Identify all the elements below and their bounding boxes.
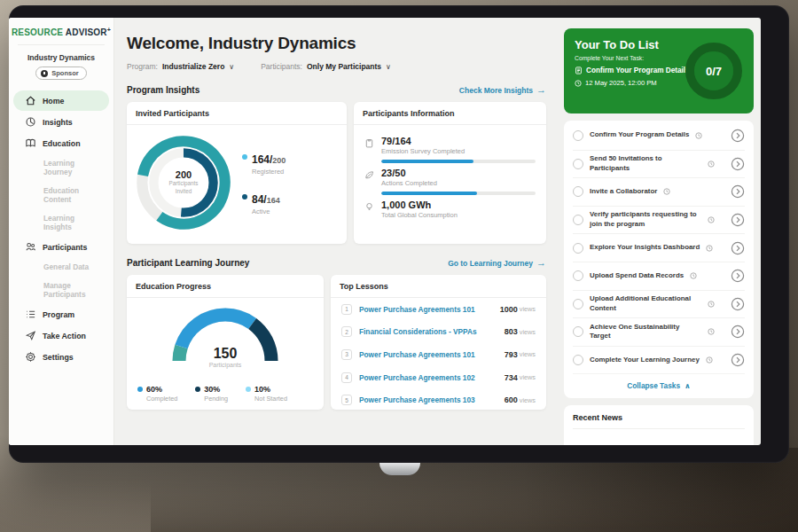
program-filter[interactable]: Program: Industrialize Zero ∨ [127,62,234,71]
lesson-row: 4 Power Purchase Agreements 102 734 view… [331,366,546,389]
legend-dot [242,154,247,160]
check-more-insights-link[interactable]: Check More Insights → [459,85,546,95]
section-title-learning-journey: Participant Learning Journey [127,258,249,268]
task-row[interactable]: Verify participants requesting to join t… [573,206,745,234]
sidebar-item-manage-participants[interactable]: Manage Participants [13,277,109,303]
recent-news-title: Recent News [573,413,745,429]
sidebar-item-home[interactable]: Home [13,90,109,111]
chevron-right-icon [731,353,745,367]
divider [18,44,105,45]
card-title: Top Lessons [331,275,546,298]
todo-next-task: Confirm Your Program Details [586,66,690,74]
gauge-center-value: 150 [167,346,284,362]
task-row[interactable]: Confirm Your Program Details [573,121,745,150]
sidebar-item-education-content[interactable]: Education Content [13,182,109,208]
invited-donut-chart: 200 Participants Invited [134,133,233,232]
home-icon [25,95,36,106]
org-name: Industry Dynamics [9,53,113,62]
go-to-learning-journey-link[interactable]: Go to Learning Journey → [448,258,546,268]
task-open-button[interactable] [731,213,745,227]
task-open-button[interactable] [731,353,745,367]
chevron-up-icon: ∧ [685,381,691,390]
lesson-link[interactable]: Power Purchase Agreements 103 [359,395,505,404]
participants-filter[interactable]: Participants: Only My Participants ∨ [261,62,391,71]
lesson-link[interactable]: Power Purchase Agreements 101 [359,350,505,359]
task-checkbox[interactable] [573,186,583,197]
chevron-right-icon [731,297,745,311]
clock-icon [708,216,715,223]
task-checkbox[interactable] [573,270,583,281]
lesson-link[interactable]: Power Purchase Agreements 101 [359,305,500,314]
collapse-tasks-link[interactable]: Collapse Tasks ∧ [573,373,745,398]
task-checkbox[interactable] [573,326,583,337]
legend-not-started: 10% Not Started [246,385,287,403]
todo-panel: Your To Do List Complete Your Next Task:… [564,28,754,113]
actions-progress-bar [381,192,536,195]
main-content: Welcome, Industry Dynamics Program: Indu… [114,18,557,445]
sidebar-item-take-action[interactable]: Take Action [13,325,109,346]
participants-information-card: Participants Information 79/164 Emission… [354,102,546,244]
card-title: Invited Participants [127,102,347,125]
clock-icon [695,132,702,139]
todo-progress-ring: 0/7 [682,39,746,103]
education-icon [25,137,36,149]
chevron-right-icon [731,241,745,255]
todo-due-date: 12 May 2025, 12:00 PM [585,79,657,87]
chevron-right-icon [731,129,745,143]
sidebar-item-settings[interactable]: Settings [13,347,109,367]
stat-actions-completed: 23/50 Actions Completed [364,168,536,187]
task-checkbox[interactable] [573,299,583,309]
task-checkbox[interactable] [573,215,583,225]
section-title-program-insights: Program Insights [127,85,200,95]
task-open-button[interactable] [731,269,745,283]
task-row[interactable]: Invite a Collaborator [573,177,745,206]
sponsor-badge[interactable]: Sponsor [35,66,86,80]
clock-icon [708,328,715,335]
background-highlight-left [0,479,151,532]
bulb-icon [364,202,374,212]
task-open-button[interactable] [731,157,745,171]
task-open-button[interactable] [731,129,745,143]
clock-icon [708,301,715,308]
task-open-button[interactable] [731,241,745,255]
task-open-button[interactable] [731,325,745,339]
sidebar-item-learning-journey[interactable]: Learning Journey [13,154,109,181]
sidebar-item-general-data[interactable]: General Data [13,258,109,276]
todo-progress-count: 0/7 [682,39,746,103]
legend-active: 84/164 Active [242,191,286,215]
task-row[interactable]: Send 50 Invitations to Participants [573,150,745,178]
task-row[interactable]: Complete Your Learning Journey [573,346,745,374]
task-checkbox[interactable] [573,355,583,365]
task-open-button[interactable] [731,184,745,199]
sidebar-item-participants[interactable]: Participants [13,237,109,257]
sidebar-item-education[interactable]: Education [13,133,109,153]
legend-dot [246,387,251,392]
arrow-right-icon: → [536,258,546,268]
monitor-stand [379,463,420,475]
task-row[interactable]: Upload Additional Educational Content [573,290,745,318]
task-checkbox[interactable] [573,159,583,169]
sidebar-item-learning-insights[interactable]: Learning Insights [13,209,109,236]
card-title: Education Progress [127,275,324,298]
lesson-row: 1 Power Purchase Agreements 101 1000 vie… [331,298,546,321]
invited-participants-card: Invited Participants 200 Partic [127,102,347,244]
task-open-button[interactable] [731,297,745,311]
lesson-link[interactable]: Power Purchase Agreements 102 [359,373,505,382]
task-checkbox[interactable] [573,130,583,141]
task-row[interactable]: Explore Your Insights Dashboard [573,233,745,262]
page-title: Welcome, Industry Dynamics [127,34,546,53]
rank-badge: 4 [341,372,352,383]
take-action-icon [25,330,36,341]
task-row[interactable]: Achieve One Sustainability Target [573,317,745,346]
task-row[interactable]: Upload Spend Data Records [573,262,745,290]
lesson-link[interactable]: Financial Considerations - VPPAs [359,327,505,336]
dashboard-screen: RESOURCE ADVISOR+ Industry Dynamics Spon… [9,18,761,445]
sidebar-item-program[interactable]: Program [13,304,109,325]
sponsor-icon [41,70,48,77]
legend-pending: 30% Pending [195,385,228,403]
sidebar-item-insights[interactable]: Insights [13,112,109,132]
task-checkbox[interactable] [573,243,583,254]
clock-icon [663,188,670,195]
participants-icon [25,241,36,253]
clock-icon [706,245,713,252]
